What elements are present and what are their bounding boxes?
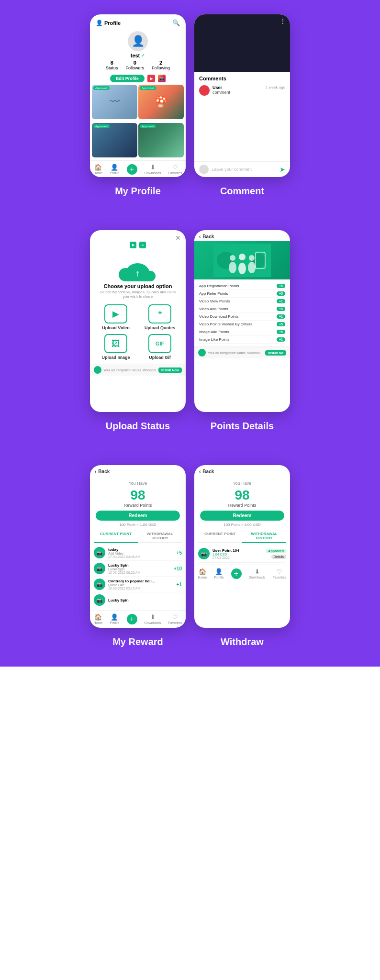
approved-badge-2: Approved bbox=[140, 86, 156, 90]
reward-nav-downloads[interactable]: ⬇Downloads bbox=[145, 613, 161, 624]
comments-label: Comments bbox=[199, 76, 285, 81]
history-icon-0: 📷 bbox=[94, 547, 105, 558]
history-icon-3: 📷 bbox=[94, 594, 105, 606]
points-row-1: App Refer Points +5 bbox=[199, 290, 285, 298]
withdraw-back-header: ‹ Back bbox=[194, 465, 290, 476]
section-title-comment: Comment bbox=[194, 186, 290, 197]
redeem-button[interactable]: Redeem bbox=[96, 511, 180, 521]
history-body-2: Contrary to popular beli... Quote Like 1… bbox=[108, 579, 174, 590]
section-reward-withdraw: ‹ Back You Have 98 Reward Points Redeem … bbox=[0, 451, 380, 667]
withdraw-tabs-row: CURRENT POINT WITHDRAWAL HISTORY bbox=[198, 530, 286, 543]
history-item-0: 📷 today Add Video 17-03-2022 04:46 AM +5 bbox=[94, 545, 182, 561]
withdraw-nav-home[interactable]: 🏠Home bbox=[198, 568, 207, 579]
upload-option-image[interactable]: 🖼 Upload Image bbox=[96, 334, 136, 360]
reward-home-icon: 🏠 bbox=[94, 613, 102, 621]
points-phone: ‹ Back bbox=[194, 230, 290, 412]
search-icon[interactable]: 🔍 bbox=[172, 19, 180, 26]
instagram-icon[interactable]: 📷 bbox=[158, 75, 166, 82]
nav-favorites[interactable]: ♡Favorites bbox=[168, 164, 182, 175]
withdraw-exchange-rate: 100 Point = 1.00 USD bbox=[194, 523, 290, 527]
grid-item-2[interactable]: Approved 🍄 bbox=[138, 85, 184, 119]
withdraw-status-actions: Approved Details bbox=[266, 549, 286, 559]
upload-gif-icon: GIF bbox=[148, 334, 171, 353]
youtube-icon[interactable]: ▶ bbox=[147, 75, 155, 82]
profile-header: 👤 Profile 🔍 bbox=[90, 14, 186, 28]
profile-stats: 8 Status 0 Followers 2 Following bbox=[106, 60, 170, 70]
withdraw-points-label: Reward Points bbox=[194, 503, 290, 508]
approved-badge-1: Approved bbox=[93, 86, 110, 90]
svg-point-3 bbox=[229, 262, 236, 273]
history-item-3: 📷 Lucky Spin bbox=[94, 592, 182, 608]
section-title-withdraw: Withdraw bbox=[194, 636, 290, 647]
points-banner-illustration bbox=[213, 244, 271, 277]
profile-name: test ✓ bbox=[131, 53, 145, 58]
ad-logo-icon bbox=[94, 366, 101, 374]
comment-input-area: Leave your comment ➤ bbox=[194, 161, 290, 177]
svg-point-4 bbox=[230, 255, 235, 261]
video-menu-icon[interactable]: ⋮ bbox=[279, 17, 286, 25]
wave-icon: 〰 bbox=[110, 96, 120, 108]
upload-arrow-icon: ↑ bbox=[135, 268, 140, 278]
section-titles-row-2: Upload Status Points Details bbox=[10, 421, 370, 432]
withdraw-redeem-button[interactable]: Redeem bbox=[200, 511, 284, 521]
reward-nav-favorites[interactable]: ♡Favorites bbox=[168, 613, 182, 624]
section-profile-comment: 👤 Profile 🔍 👤 test ✓ 8 Status bbox=[0, 0, 380, 216]
profile-nav-icon: 👤 bbox=[111, 164, 118, 171]
upload-ad-bar: Your ad integration works. Woohoo! Insta… bbox=[90, 364, 186, 376]
upload-option-gif[interactable]: GIF Upload Gif bbox=[140, 334, 180, 360]
stat-followers: 0 Followers bbox=[125, 60, 144, 70]
close-button[interactable]: ✕ bbox=[175, 234, 181, 242]
withdraw-phone: ‹ Back You Have 98 Reward Points Redeem … bbox=[194, 465, 290, 628]
nav-home[interactable]: 🏠Home bbox=[94, 164, 103, 175]
withdraw-nav-profile[interactable]: 👤Profile bbox=[214, 568, 224, 579]
comments-section: Comments User 1 week ago comment bbox=[194, 72, 290, 161]
upload-quotes-icon: ❝ bbox=[148, 304, 171, 323]
reward-nav-profile[interactable]: 👤Profile bbox=[110, 613, 119, 624]
points-row-7: Image Like Points +1 bbox=[199, 336, 285, 344]
comment-input-avatar bbox=[199, 165, 209, 174]
withdraw-nav-favorites[interactable]: ♡Favorites bbox=[273, 568, 287, 579]
phones-row-3: ‹ Back You Have 98 Reward Points Redeem … bbox=[10, 465, 370, 628]
points-install-button[interactable]: Install No bbox=[265, 350, 286, 356]
add-icon: + bbox=[127, 164, 137, 175]
details-button[interactable]: Details bbox=[271, 555, 286, 559]
withdraw-nav-add[interactable]: + bbox=[231, 568, 242, 579]
section-upload-points: ✕ ▶ ≡ ↑ Choose your upload option Select… bbox=[0, 216, 380, 451]
nav-add[interactable]: + bbox=[127, 164, 137, 175]
reward-nav-add[interactable]: + bbox=[127, 614, 137, 624]
bottom-nav-profile: 🏠Home 👤Profile + ⬇Downloads ♡Favorites bbox=[90, 160, 186, 177]
tab-current-point[interactable]: CURRENT POINT bbox=[94, 530, 138, 543]
points-row-4: Video Download Points +1 bbox=[199, 313, 285, 321]
withdraw-heart-icon: ♡ bbox=[277, 568, 282, 575]
withdraw-tab-history[interactable]: WITHDRAWAL HISTORY bbox=[242, 530, 286, 543]
upload-option-video[interactable]: ▶ Upload Video bbox=[96, 304, 136, 330]
withdraw-icon-0: 📷 bbox=[198, 548, 210, 559]
comment-phone: ⋮ Comments User 1 week ago comment bbox=[194, 14, 290, 177]
withdraw-add-icon: + bbox=[231, 568, 242, 579]
grid-item-4[interactable]: Approved bbox=[138, 123, 184, 157]
tab-withdrawal-history[interactable]: WITHDRAWAL HISTORY bbox=[138, 530, 182, 542]
download-icon: ⬇ bbox=[150, 164, 156, 171]
withdraw-home-icon: 🏠 bbox=[199, 568, 206, 575]
install-now-button[interactable]: Install Now bbox=[158, 368, 182, 373]
upload-option-quotes[interactable]: ❝ Upload Quotes bbox=[140, 304, 180, 330]
history-body-3: Lucky Spin bbox=[108, 598, 182, 602]
svg-point-5 bbox=[238, 263, 246, 274]
reward-nav-home[interactable]: 🏠Home bbox=[94, 613, 103, 624]
points-ad-logo-icon bbox=[198, 349, 206, 356]
grid-item-1[interactable]: Approved 〰 bbox=[92, 85, 137, 119]
withdraw-nav-downloads[interactable]: ⬇Downloads bbox=[249, 568, 266, 579]
withdraw-tab-current[interactable]: CURRENT POINT bbox=[198, 530, 242, 542]
withdraw-list: 📷 User Point 104 1.04 USD 07-03-2022 App… bbox=[194, 543, 290, 565]
comment-input[interactable]: Leave your comment bbox=[212, 167, 277, 172]
heart-icon: ♡ bbox=[172, 164, 178, 171]
nav-profile[interactable]: 👤Profile bbox=[110, 164, 119, 175]
nav-downloads[interactable]: ⬇Downloads bbox=[145, 164, 161, 175]
withdraw-points-number: 98 bbox=[194, 488, 290, 503]
send-icon[interactable]: ➤ bbox=[279, 166, 285, 173]
edit-profile-button[interactable]: Edit Profile bbox=[110, 75, 145, 82]
history-icon-2: 📷 bbox=[94, 579, 105, 590]
comment-body-1: User 1 week ago comment bbox=[212, 85, 285, 95]
upload-title: Choose your upload option bbox=[90, 283, 186, 289]
grid-item-3[interactable]: Approved bbox=[92, 123, 137, 157]
